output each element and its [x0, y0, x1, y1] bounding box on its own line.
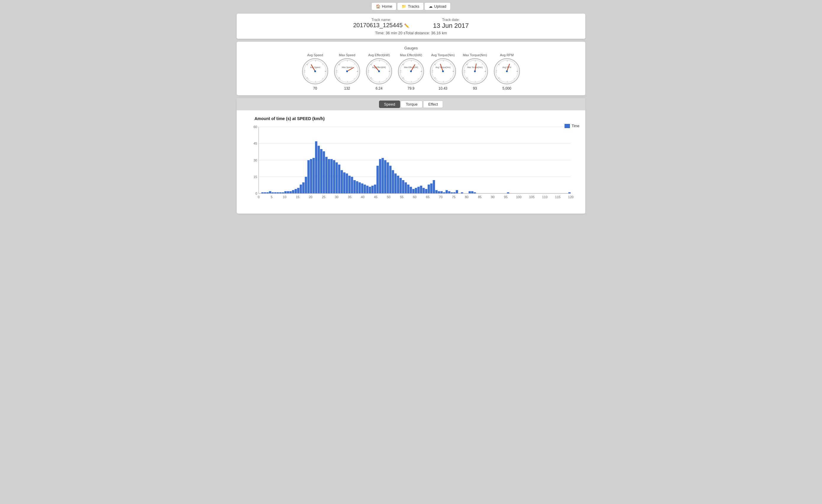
bar-73: [446, 190, 448, 193]
chart-tab-torque[interactable]: Torque: [401, 100, 423, 108]
svg-text:15: 15: [254, 175, 257, 179]
bar-45: [374, 184, 376, 193]
gauge-value-0: 70: [313, 86, 317, 90]
gauge-item-1: Max SpeedMax Speed132: [334, 53, 360, 90]
bar-52: [392, 170, 394, 193]
svg-text:80: 80: [465, 195, 468, 199]
bar-77: [456, 190, 458, 193]
bar-50: [387, 162, 389, 193]
bar-17: [302, 182, 305, 194]
svg-text:15: 15: [296, 195, 300, 199]
gauge-item-2: Avg Effect(kW)Avg Effect(kW)6.24: [366, 53, 392, 90]
legend-box: [564, 124, 570, 128]
svg-point-15: [314, 70, 316, 72]
gauge-value-5: 93: [473, 86, 477, 90]
bar-33: [343, 172, 346, 193]
bar-31: [338, 165, 341, 194]
bar-37: [353, 180, 356, 193]
bar-34: [346, 174, 348, 194]
bar-12: [289, 191, 292, 194]
bar-83: [471, 191, 473, 194]
svg-text:Avg Speed: Avg Speed: [310, 66, 320, 69]
bar-49: [384, 160, 386, 194]
gauge-item-5: Max Torque(Nm)Max Torque(Nm)93: [462, 53, 488, 90]
home-button[interactable]: 🏠 Home: [371, 2, 397, 10]
bar-18: [305, 177, 307, 193]
chart-tab-effect[interactable]: Effect: [423, 100, 443, 108]
gauge-item-6: Avg RPMAvg RPM5,000: [493, 53, 520, 90]
bar-76: [453, 192, 456, 193]
bar-23: [318, 146, 320, 193]
svg-text:30: 30: [335, 195, 339, 199]
svg-point-111: [506, 70, 508, 72]
svg-text:75: 75: [452, 195, 455, 199]
bar-25: [323, 151, 325, 194]
gauge-svg-0: Avg Speed: [302, 58, 329, 85]
bar-51: [389, 166, 392, 193]
bar-5: [272, 192, 274, 193]
chart-section: SpeedTorqueEffect Amount of time (s) at …: [237, 98, 585, 214]
bar-19: [308, 160, 310, 194]
bar-46: [376, 166, 379, 193]
svg-text:85: 85: [478, 195, 481, 199]
gauge-svg-2: Avg Effect(kW): [366, 58, 392, 85]
bar-38: [356, 181, 358, 193]
bar-84: [474, 192, 476, 193]
bar-7: [277, 192, 279, 193]
gauge-value-1: 132: [344, 86, 350, 90]
bar-24: [320, 149, 323, 193]
bar-27: [328, 159, 330, 193]
svg-text:0: 0: [258, 195, 260, 199]
svg-text:55: 55: [400, 195, 403, 199]
bar-62: [418, 187, 420, 194]
bar-32: [341, 170, 343, 193]
svg-text:20: 20: [309, 195, 313, 199]
bar-53: [394, 174, 397, 194]
svg-point-31: [346, 70, 348, 72]
svg-text:105: 105: [529, 195, 534, 199]
upload-icon: ☁: [429, 4, 433, 9]
chart-tab-speed[interactable]: Speed: [379, 100, 400, 108]
svg-text:40: 40: [361, 195, 365, 199]
gauge-value-4: 10.43: [438, 86, 447, 90]
bar-2: [264, 192, 266, 193]
bar-6: [274, 192, 276, 193]
svg-point-79: [442, 70, 444, 72]
bar-chart-svg: 0153045600510152025303540455055606570758…: [243, 124, 579, 207]
edit-icon[interactable]: ✏️: [404, 23, 409, 28]
svg-text:60: 60: [413, 195, 416, 199]
track-name-value: 20170613_125445 ✏️: [353, 22, 409, 29]
upload-button[interactable]: ☁ Upload: [424, 2, 451, 10]
chart-title: Amount of time (s) at SPEED (km/h): [255, 116, 579, 121]
svg-point-95: [474, 70, 476, 72]
bar-58: [407, 184, 410, 193]
gauge-item-4: Avg Torque(Nm)Avg Torque(Nm)10.43: [430, 53, 456, 90]
gauge-svg-3: Max Effect(kW): [398, 58, 424, 85]
bar-56: [402, 180, 404, 193]
bar-13: [292, 190, 295, 193]
svg-text:30: 30: [254, 158, 257, 162]
svg-text:Avg Torque(Nm): Avg Torque(Nm): [436, 66, 451, 69]
bar-22: [315, 141, 318, 193]
bar-4: [269, 191, 271, 194]
bar-44: [371, 186, 374, 193]
bar-60: [412, 189, 415, 193]
gauge-label-2: Avg Effect(kW): [368, 53, 390, 57]
bar-64: [423, 188, 425, 193]
gauge-label-5: Max Torque(Nm): [463, 53, 487, 57]
bar-14: [295, 189, 297, 193]
bar-3: [266, 192, 269, 193]
svg-text:60: 60: [254, 125, 257, 129]
bar-121: [568, 192, 571, 193]
bar-57: [404, 182, 407, 194]
svg-text:35: 35: [348, 195, 352, 199]
svg-text:90: 90: [491, 195, 494, 199]
tracks-button[interactable]: 📁 Tracks: [397, 2, 424, 10]
bar-40: [361, 183, 363, 193]
bar-43: [369, 187, 371, 194]
bar-9: [282, 192, 284, 193]
bar-70: [438, 191, 440, 194]
bar-42: [366, 186, 369, 193]
track-date-label: Track date:: [433, 18, 469, 22]
bar-11: [287, 191, 289, 194]
